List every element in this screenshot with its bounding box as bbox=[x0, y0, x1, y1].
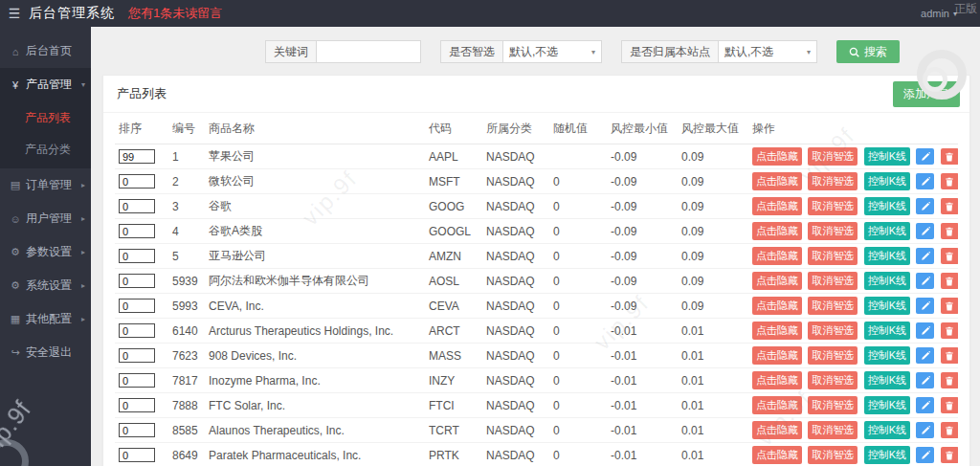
edit-button[interactable] bbox=[916, 298, 934, 314]
cancel-smart-button[interactable]: 取消智选 bbox=[808, 222, 858, 240]
cancel-smart-button[interactable]: 取消智选 bbox=[808, 346, 858, 365]
hide-button[interactable]: 点击隐藏 bbox=[752, 346, 802, 365]
hide-button[interactable]: 点击隐藏 bbox=[752, 322, 802, 340]
sidebar-item-order[interactable]: ▤ 订单管理 ▸ bbox=[0, 168, 91, 202]
cancel-smart-button[interactable]: 取消智选 bbox=[808, 172, 858, 190]
edit-button[interactable] bbox=[916, 148, 934, 165]
hide-button[interactable]: 点击隐藏 bbox=[752, 172, 802, 190]
delete-button[interactable] bbox=[941, 198, 958, 214]
cancel-smart-button[interactable]: 取消智选 bbox=[808, 147, 858, 166]
hide-button[interactable]: 点击隐藏 bbox=[752, 371, 802, 389]
site-filter-select[interactable]: 默认,不选 ▾ bbox=[718, 40, 817, 63]
unread-message-notice[interactable]: 您有1条未读留言 bbox=[128, 5, 222, 22]
edit-button[interactable] bbox=[916, 173, 934, 189]
sort-input[interactable] bbox=[119, 224, 155, 238]
kline-button[interactable]: 控制K线 bbox=[864, 297, 910, 315]
sidebar-item-system[interactable]: ⚙ 系统设置 ▸ bbox=[0, 269, 91, 302]
sidebar-item-label: 后台首页 bbox=[26, 43, 72, 59]
sidebar-item-param[interactable]: ⚙ 参数设置 ▸ bbox=[0, 235, 91, 269]
kline-button[interactable]: 控制K线 bbox=[864, 346, 910, 365]
sort-input[interactable] bbox=[119, 149, 155, 164]
cancel-smart-button[interactable]: 取消智选 bbox=[808, 396, 858, 414]
sort-input[interactable] bbox=[119, 348, 155, 363]
kline-button[interactable]: 控制K线 bbox=[864, 322, 910, 340]
sidebar-item-other[interactable]: ▦ 其他配置 ▸ bbox=[0, 302, 91, 336]
edit-button[interactable] bbox=[916, 447, 934, 463]
sidebar-item-exit[interactable]: ↪ 安全退出 bbox=[0, 336, 91, 369]
sidebar-subitem-product-category[interactable]: 产品分类 bbox=[0, 134, 91, 166]
sort-input[interactable] bbox=[119, 299, 155, 313]
delete-button[interactable] bbox=[941, 223, 958, 239]
cancel-smart-button[interactable]: 取消智选 bbox=[808, 421, 858, 439]
hide-button[interactable]: 点击隐藏 bbox=[752, 197, 802, 215]
edit-button[interactable] bbox=[916, 223, 934, 239]
delete-button[interactable] bbox=[941, 397, 958, 413]
edit-button[interactable] bbox=[916, 322, 934, 339]
hide-button[interactable]: 点击隐藏 bbox=[752, 147, 802, 166]
cancel-smart-button[interactable]: 取消智选 bbox=[808, 371, 858, 389]
delete-button[interactable] bbox=[941, 248, 958, 264]
sort-input[interactable] bbox=[119, 199, 155, 213]
sidebar-item-product[interactable]: ¥ 产品管理 ▾ bbox=[0, 68, 91, 101]
hide-button[interactable]: 点击隐藏 bbox=[752, 396, 802, 414]
table-row: 7888 FTC Solar, Inc. FTCI NASDAQ 0 -0.01… bbox=[115, 393, 958, 418]
kline-button[interactable]: 控制K线 bbox=[864, 371, 910, 389]
delete-button[interactable] bbox=[941, 347, 958, 364]
cell-random: 0 bbox=[549, 244, 607, 269]
delete-button[interactable] bbox=[941, 447, 958, 463]
hide-button[interactable]: 点击隐藏 bbox=[752, 272, 802, 290]
hide-button[interactable]: 点击隐藏 bbox=[752, 446, 802, 464]
cancel-smart-button[interactable]: 取消智选 bbox=[808, 272, 858, 290]
kline-button[interactable]: 控制K线 bbox=[864, 147, 910, 166]
sort-input[interactable] bbox=[119, 398, 155, 412]
cancel-smart-button[interactable]: 取消智选 bbox=[808, 297, 858, 315]
sort-input[interactable] bbox=[119, 373, 155, 388]
search-button[interactable]: 搜索 bbox=[836, 40, 900, 63]
hamburger-menu-icon[interactable]: ☰ bbox=[0, 6, 29, 21]
keyword-input[interactable] bbox=[316, 40, 421, 63]
sidebar-item-home[interactable]: ⌂ 后台首页 bbox=[0, 34, 91, 68]
edit-button[interactable] bbox=[916, 198, 934, 214]
edit-button[interactable] bbox=[916, 397, 934, 413]
kline-button[interactable]: 控制K线 bbox=[864, 172, 910, 190]
sort-input[interactable] bbox=[119, 323, 155, 338]
kline-button[interactable]: 控制K线 bbox=[864, 197, 910, 215]
delete-button[interactable] bbox=[941, 372, 958, 388]
delete-button[interactable] bbox=[941, 273, 958, 289]
sidebar-item-user[interactable]: ☺ 用户管理 ▸ bbox=[0, 202, 91, 235]
delete-button[interactable] bbox=[941, 422, 958, 438]
edit-button[interactable] bbox=[916, 347, 934, 364]
kline-button[interactable]: 控制K线 bbox=[864, 247, 910, 265]
cancel-smart-button[interactable]: 取消智选 bbox=[808, 446, 858, 464]
kline-button[interactable]: 控制K线 bbox=[864, 272, 910, 290]
cancel-smart-button[interactable]: 取消智选 bbox=[808, 247, 858, 265]
edit-button[interactable] bbox=[916, 422, 934, 438]
hide-button[interactable]: 点击隐藏 bbox=[752, 297, 802, 315]
hide-button[interactable]: 点击隐藏 bbox=[752, 222, 802, 240]
cell-code: TCRT bbox=[425, 418, 482, 443]
add-product-button[interactable]: 添加产品 bbox=[893, 81, 960, 107]
edit-button[interactable] bbox=[916, 248, 934, 264]
sort-input[interactable] bbox=[119, 174, 155, 189]
kline-button[interactable]: 控制K线 bbox=[864, 396, 910, 414]
cancel-smart-button[interactable]: 取消智选 bbox=[808, 322, 858, 340]
sidebar-subitem-product-list[interactable]: 产品列表 bbox=[0, 102, 91, 134]
smart-filter-select[interactable]: 默认,不选 ▾ bbox=[502, 40, 602, 63]
edit-button[interactable] bbox=[916, 372, 934, 388]
sort-input[interactable] bbox=[119, 448, 155, 462]
hide-button[interactable]: 点击隐藏 bbox=[752, 247, 802, 265]
kline-button[interactable]: 控制K线 bbox=[864, 222, 910, 240]
kline-button[interactable]: 控制K线 bbox=[864, 421, 910, 439]
delete-button[interactable] bbox=[941, 148, 958, 165]
delete-button[interactable] bbox=[941, 322, 958, 339]
edit-button[interactable] bbox=[916, 273, 934, 289]
hide-button[interactable]: 点击隐藏 bbox=[752, 421, 802, 439]
delete-button[interactable] bbox=[941, 298, 958, 314]
sort-input[interactable] bbox=[119, 249, 155, 263]
kline-button[interactable]: 控制K线 bbox=[864, 446, 910, 464]
user-menu[interactable]: admin ▾ bbox=[921, 8, 980, 19]
sort-input[interactable] bbox=[119, 423, 155, 437]
cancel-smart-button[interactable]: 取消智选 bbox=[808, 197, 858, 215]
delete-button[interactable] bbox=[941, 173, 958, 189]
sort-input[interactable] bbox=[119, 274, 155, 288]
